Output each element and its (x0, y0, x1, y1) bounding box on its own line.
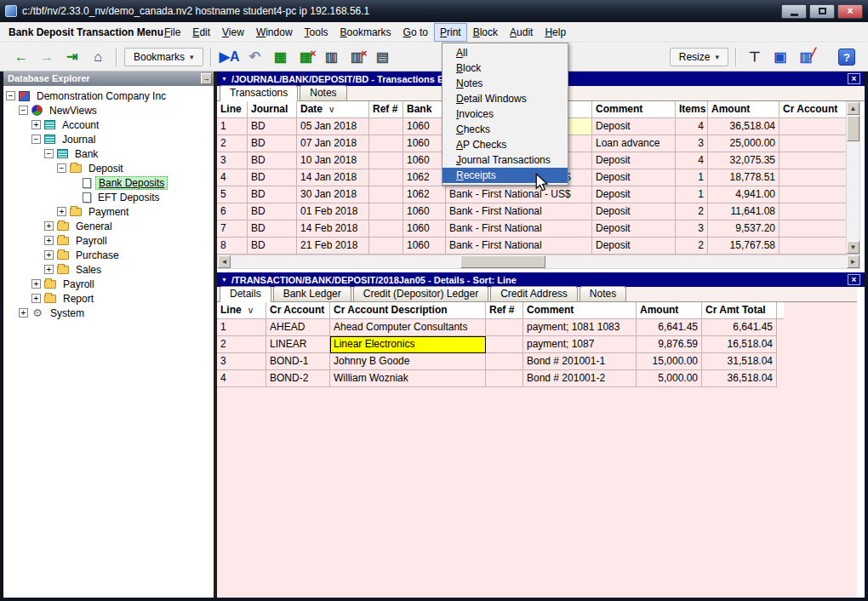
print-menu-item-checks[interactable]: Checks (443, 122, 568, 137)
details-close-icon[interactable]: × (848, 274, 860, 285)
cell-description[interactable]: Johnny B Goode (330, 353, 486, 370)
menubar-item-tools[interactable]: Tools (299, 23, 334, 42)
cell-line[interactable]: 1 (217, 319, 266, 336)
menubar-item-window[interactable]: Window (250, 23, 299, 42)
forward-icon[interactable]: → (34, 46, 60, 68)
cell-cr_account[interactable] (779, 169, 850, 186)
cell-line[interactable]: 7 (217, 220, 248, 238)
expander-minus-icon[interactable]: − (19, 106, 28, 115)
cell-bank[interactable]: 1060 (403, 238, 446, 255)
cell-items[interactable]: 2 (676, 203, 708, 220)
tree-item-newviews[interactable]: −NewViews (3, 103, 214, 117)
cell-journal[interactable]: BD (248, 135, 297, 152)
cell-bank_desc[interactable]: Bank - First National - US$ (446, 186, 592, 203)
tree-item-payroll[interactable]: +Payroll (3, 233, 214, 248)
column-header-cr-account[interactable]: Cr Account (266, 302, 330, 319)
cell-date[interactable]: 01 Feb 2018 (297, 203, 369, 220)
cell-bank[interactable]: 1060 (403, 152, 446, 169)
tree-item-bank[interactable]: −Bank (3, 146, 214, 161)
cell-cr_amt_total[interactable]: 31,518.04 (702, 353, 777, 370)
cell-journal[interactable]: BD (248, 152, 297, 169)
cell-comment[interactable]: Deposit (592, 169, 676, 186)
help-button[interactable]: ? (834, 46, 859, 68)
cell-ref[interactable] (369, 135, 403, 152)
table-row[interactable]: 8BD21 Feb 20181060Bank - First NationalD… (217, 238, 850, 255)
cell-bank_desc[interactable]: Bank - First National (446, 203, 592, 220)
tree-item-report[interactable]: +Report (3, 291, 214, 306)
expander-minus-icon[interactable]: − (57, 163, 66, 173)
tab-credit-depositor-ledger[interactable]: Credit (Depositor) Ledger (353, 286, 488, 301)
cell-comment[interactable]: Deposit (592, 118, 676, 135)
menubar-item-go-to[interactable]: Go to (397, 23, 434, 42)
cell-cr_account[interactable] (779, 220, 850, 238)
cell-items[interactable]: 4 (676, 152, 708, 169)
cell-bank[interactable]: 1062 (403, 169, 446, 186)
tree-item-journal[interactable]: −Journal (3, 132, 214, 146)
cell-cr_account[interactable]: BOND-2 (266, 370, 330, 387)
cell-amount[interactable]: 4,941.00 (708, 186, 779, 203)
tree-item-eft-deposits[interactable]: EFT Deposits (3, 190, 214, 204)
cell-date[interactable]: 21 Feb 2018 (297, 238, 369, 255)
column-header-amount[interactable]: Amount (708, 101, 779, 118)
cell-amount[interactable]: 32,075.35 (708, 152, 779, 169)
print-menu-item-detail-windows[interactable]: Detail Windows (443, 91, 568, 106)
cell-bank[interactable]: 1062 (403, 186, 446, 203)
cell-date[interactable]: 10 Jan 2018 (297, 152, 369, 169)
cell-ref[interactable] (486, 370, 523, 387)
cell-journal[interactable]: BD (248, 203, 297, 220)
cell-comment[interactable]: Deposit (592, 186, 676, 203)
cell-items[interactable]: 2 (676, 238, 708, 255)
expander-plus-icon[interactable]: + (44, 221, 54, 231)
delete-column-icon[interactable]: ▥× (345, 46, 370, 68)
pin-icon[interactable]: ⊤ (742, 46, 768, 68)
explorer-detach-button[interactable]: → (201, 73, 212, 84)
column-header-comment[interactable]: Comment (592, 101, 676, 118)
table-row[interactable]: 4BOND-2William WozniakBond # 201001-25,0… (217, 370, 784, 387)
tree-item-payment[interactable]: +Payment (3, 204, 214, 219)
edit-mode-icon[interactable]: ▶A (217, 46, 243, 68)
column-header-date[interactable]: Date v (297, 101, 369, 118)
cell-amount[interactable]: 5,000.00 (637, 370, 702, 387)
cell-line[interactable]: 4 (217, 370, 266, 387)
cell-journal[interactable]: BD (248, 238, 297, 255)
table-row[interactable]: 1AHEADAhead Computer Consultantspayment;… (217, 319, 784, 336)
cell-journal[interactable]: BD (248, 220, 297, 238)
column-header-cr-account-description[interactable]: Cr Account Description (330, 302, 486, 319)
tab-details[interactable]: Details (220, 286, 271, 302)
cell-journal[interactable]: BD (248, 186, 297, 203)
tree-item-system[interactable]: +⚙System (3, 306, 214, 320)
tab-credit-address[interactable]: Credit Address (490, 286, 578, 301)
cell-cr_amt_total[interactable]: 6,641.45 (702, 319, 777, 336)
expander-plus-icon[interactable]: + (19, 308, 28, 318)
cell-ref[interactable] (369, 152, 403, 169)
window-panes-icon[interactable]: ▣ (768, 46, 793, 68)
cell-cr_account[interactable]: AHEAD (266, 319, 330, 336)
expander-plus-icon[interactable]: + (57, 207, 66, 216)
cell-amount[interactable]: 9,876.59 (637, 336, 702, 353)
cell-comment[interactable]: Bond # 201001-1 (523, 353, 637, 370)
cell-cr_account[interactable]: BOND-1 (266, 353, 330, 370)
cell-amount[interactable]: 6,641.45 (637, 319, 702, 336)
tree-item-bank-deposits[interactable]: Bank Deposits (3, 175, 214, 190)
back-icon[interactable]: ← (9, 46, 34, 68)
menubar-item-help[interactable]: Help (539, 23, 572, 42)
column-header-ref[interactable]: Ref # (486, 302, 523, 319)
window-menu-icon[interactable]: ▼ (221, 277, 227, 283)
cell-cr_account[interactable] (779, 152, 850, 169)
maximize-button[interactable] (809, 4, 835, 19)
table-row[interactable]: 6BD01 Feb 20181060Bank - First NationalD… (217, 203, 850, 220)
menubar-item-print[interactable]: Print (434, 23, 467, 42)
cell-items[interactable]: 3 (676, 135, 708, 152)
minimize-button[interactable] (781, 4, 807, 19)
tree-item-account[interactable]: +Account (3, 117, 214, 132)
tree-item-general[interactable]: +General (3, 219, 214, 233)
cell-comment[interactable]: Bond # 201001-2 (523, 370, 637, 387)
cell-ref[interactable] (486, 353, 523, 370)
cell-date[interactable]: 14 Jan 2018 (297, 169, 369, 186)
cell-line[interactable]: 3 (217, 152, 248, 169)
table-row[interactable]: 5BD30 Jan 20181062Bank - First National … (217, 186, 850, 203)
column-header-ref[interactable]: Ref # (369, 101, 403, 118)
cell-date[interactable]: 14 Feb 2018 (297, 220, 369, 238)
cell-cr_amt_total[interactable]: 36,518.04 (702, 370, 777, 387)
print-menu-item-ap-checks[interactable]: AP Checks (443, 137, 568, 152)
